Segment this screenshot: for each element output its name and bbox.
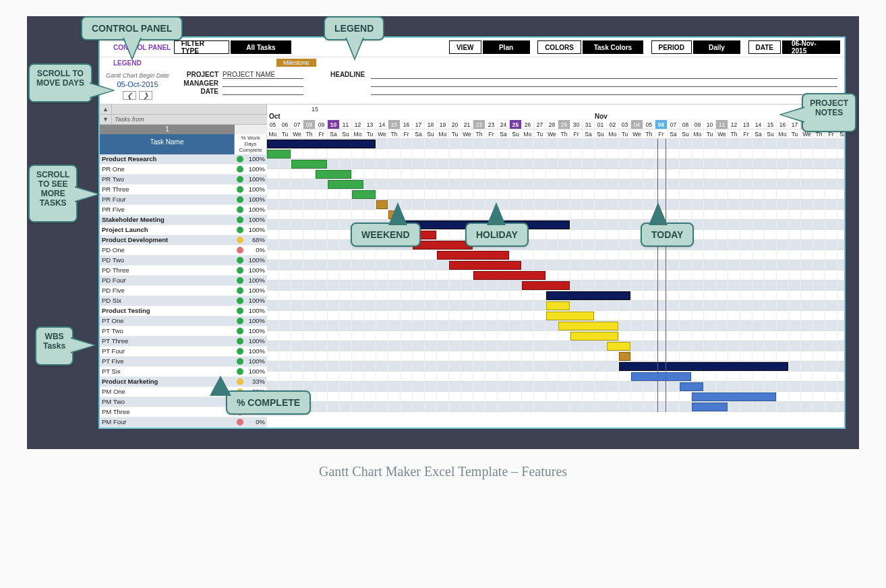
date-value[interactable]: 06-Nov-2015 (782, 40, 840, 54)
gantt-row (267, 382, 844, 392)
gantt-row (267, 179, 844, 189)
day-of-week-row: MoTuWeThFrSaSuMoTuWeThFrSaSuMoTuWeThFrSa… (267, 129, 844, 139)
task-row[interactable]: PD Three 100% (100, 266, 267, 276)
task-row[interactable]: PR Two 100% (100, 175, 267, 185)
task-row[interactable]: PR Three 100% (100, 185, 267, 195)
filter-type-value[interactable]: All Tasks (231, 40, 291, 54)
task-row[interactable]: PD One 0% (100, 245, 267, 256)
task-name: PR One (100, 165, 235, 174)
gantt-bar[interactable] (522, 281, 570, 290)
gantt-bar[interactable] (449, 261, 521, 270)
day-cell: 08 (680, 120, 692, 129)
task-row[interactable]: Stakeholder Meeting 100% (100, 215, 267, 225)
gantt-bar[interactable] (546, 301, 570, 310)
task-row[interactable]: PT Two 100% (100, 326, 267, 336)
begin-date-label: Gantt Chart Begin Date (104, 72, 171, 79)
gantt-bar[interactable] (558, 322, 618, 330)
task-row[interactable]: Product Marketing 33% (100, 377, 267, 387)
gantt-bar[interactable] (680, 382, 703, 391)
proj-date-label: DATE (182, 88, 223, 95)
day-cell: 17 (413, 120, 425, 129)
callout-scroll-tasks: SCROLL TO SEE MORE TASKS (28, 165, 78, 223)
day-cell: 10 (328, 120, 340, 129)
scroll-days-next[interactable]: ❯ (139, 91, 152, 100)
gantt-bar[interactable] (631, 372, 691, 381)
pct-complete: 0% (245, 245, 267, 255)
task-row[interactable]: PR One 100% (100, 165, 267, 175)
dow-cell: We (291, 129, 303, 139)
gantt-bar[interactable] (546, 312, 594, 320)
gantt-bar[interactable] (473, 271, 545, 280)
gantt-bar[interactable] (267, 150, 291, 158)
task-row[interactable]: PT Three 100% (100, 336, 267, 347)
task-row[interactable]: PT Four 100% (100, 347, 267, 357)
headline-label: HEADLINE (330, 71, 371, 79)
gantt-bar[interactable] (328, 180, 363, 189)
gantt-row (267, 159, 844, 169)
manager-value[interactable] (223, 80, 303, 87)
scroll-tasks-up[interactable]: ▲ (100, 105, 112, 114)
task-row[interactable]: Product Research 100% (100, 154, 267, 165)
gantt-row (267, 392, 844, 402)
gantt-bar[interactable] (413, 241, 473, 249)
task-row[interactable]: PD Two 100% (100, 256, 267, 266)
period-value[interactable]: Daily (693, 40, 740, 54)
gantt-row (267, 169, 844, 179)
proj-date-value[interactable] (223, 88, 303, 95)
day-cell: 12 (728, 120, 740, 129)
gantt-bar[interactable] (352, 190, 376, 199)
view-value[interactable]: Plan (483, 40, 530, 54)
gantt-bar[interactable] (291, 160, 327, 169)
dow-cell: Sa (413, 129, 425, 139)
gantt-bar[interactable] (692, 392, 776, 401)
dow-cell: Su (595, 129, 607, 139)
task-row[interactable]: Project Launch 100% (100, 225, 267, 235)
gantt-bar[interactable] (546, 291, 630, 300)
task-row[interactable]: PD Five 100% (100, 286, 267, 296)
manager-label: MANAGER (182, 80, 223, 87)
task-row[interactable]: PD Four 100% (100, 276, 267, 286)
day-cell: 09 (692, 120, 704, 129)
caption: Gantt Chart Maker Excel Template – Featu… (27, 464, 859, 479)
dow-cell: Mo (607, 129, 619, 139)
dow-cell: Fr (401, 129, 413, 139)
task-row[interactable]: PT Six 100% (100, 367, 267, 377)
gantt-bar[interactable] (437, 251, 509, 260)
task-row[interactable]: PR Five 100% (100, 205, 267, 215)
pct-complete: 100% (245, 276, 267, 285)
day-cell: 13 (364, 120, 376, 129)
scroll-days-prev[interactable]: ❮ (123, 91, 136, 100)
gantt-bar[interactable] (376, 200, 388, 209)
gantt-row (267, 331, 844, 341)
dow-cell: We (461, 129, 473, 139)
tasks-start-index[interactable]: 1 (100, 125, 235, 134)
gantt-bar[interactable] (267, 140, 376, 148)
gantt-bar[interactable] (692, 403, 728, 411)
task-row[interactable]: PT Five 100% (100, 357, 267, 367)
timeline-pane[interactable]: 15 OctNov 050607080910111213141516171819… (267, 105, 844, 428)
gantt-bar[interactable] (619, 362, 788, 371)
scroll-tasks-down[interactable]: ▼ (100, 115, 112, 124)
task-row[interactable]: PM Four 0% (100, 417, 267, 428)
task-row[interactable]: Product Testing 100% (100, 306, 267, 316)
headline-line3[interactable] (371, 88, 837, 95)
project-value[interactable]: PROJECT NAME (223, 71, 303, 79)
pct-complete: 100% (245, 326, 267, 336)
status-dot (235, 185, 245, 194)
gantt-bar[interactable] (619, 352, 630, 361)
task-row[interactable]: PD Six 100% (100, 296, 267, 306)
gantt-bar[interactable] (607, 342, 630, 351)
colors-value[interactable]: Task Colors (583, 40, 643, 54)
headline-line2[interactable] (371, 80, 837, 87)
gantt-bar[interactable] (570, 332, 618, 341)
task-row[interactable]: PR Four 100% (100, 195, 267, 205)
day-cell: 12 (352, 120, 364, 129)
task-name: PM Three (100, 407, 235, 417)
view-label: VIEW (449, 40, 481, 54)
task-row[interactable]: PT One 100% (100, 316, 267, 326)
gantt-bar[interactable] (316, 170, 351, 179)
task-row[interactable]: Product Development 68% (100, 235, 267, 245)
task-name: PD Three (100, 266, 235, 275)
gantt-row (267, 200, 844, 210)
headline-value[interactable] (371, 71, 837, 79)
